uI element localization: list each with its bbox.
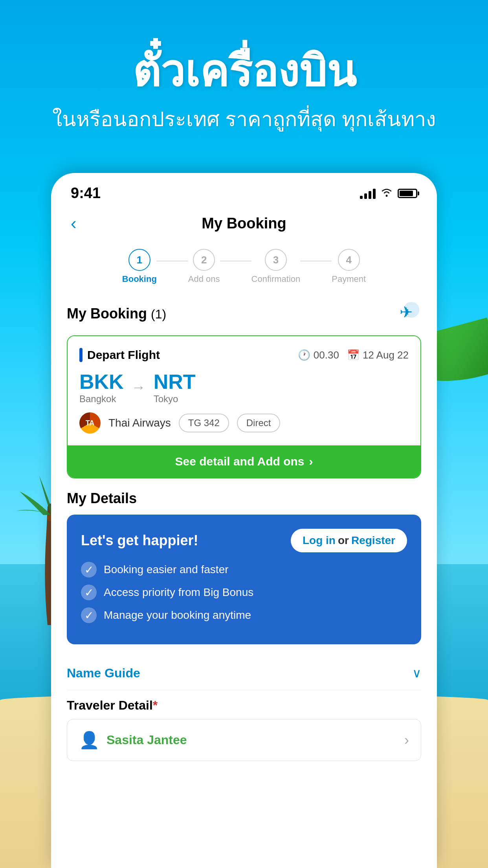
required-star: *: [153, 698, 158, 712]
details-title: My Details: [67, 490, 421, 507]
airline-name: Thai Airways: [108, 417, 171, 429]
destination: NRT Tokyo: [154, 370, 196, 405]
booking-section-header: My Booking (1) ✈: [67, 300, 421, 327]
progress-steps: 1 Booking 2 Add ons 3 Confirmation: [51, 241, 437, 292]
origin: BKK Bangkok: [79, 370, 124, 405]
booking-plane-icon: ✈: [390, 300, 421, 327]
origin-code: BKK: [79, 370, 124, 394]
traveler-person-icon: 👤: [79, 730, 99, 750]
step-2: 2 Add ons: [188, 249, 220, 284]
traveler-card[interactable]: 👤 Sasita Jantee ›: [67, 719, 421, 761]
route-arrow-icon: →: [132, 379, 146, 395]
login-card: Let's get happier! Log in or Register ✓ …: [67, 515, 421, 644]
login-card-header: Let's get happier! Log in or Register: [81, 529, 407, 552]
flight-time: 🕐 00.30: [298, 349, 339, 361]
back-button[interactable]: ‹: [71, 213, 77, 233]
benefit-3: ✓ Manage your booking anytime: [81, 607, 407, 623]
step-1-label: Booking: [122, 274, 157, 284]
flight-meta: 🕐 00.30 📅 12 Aug 22: [298, 349, 409, 361]
depart-label: Depart Flight: [79, 348, 160, 362]
phone-mockup: 9:41: [51, 173, 437, 868]
login-register-button[interactable]: Log in or Register: [291, 529, 407, 552]
traveler-info: 👤 Sasita Jantee: [79, 730, 187, 750]
chevron-down-icon: ∨: [412, 666, 421, 680]
check-icon-1: ✓: [81, 562, 97, 577]
dest-name: Tokyo: [154, 394, 196, 405]
or-text: or: [338, 534, 349, 547]
traveler-detail-section: Traveler Detail* 👤 Sasita Jantee ›: [67, 690, 421, 769]
check-icon-2: ✓: [81, 585, 97, 600]
register-label: Register: [351, 534, 395, 547]
benefit-1: ✓ Booking easier and faster: [81, 562, 407, 577]
status-bar: 9:41: [51, 173, 437, 206]
login-card-title: Let's get happier!: [81, 532, 198, 549]
step-line-2: [220, 261, 251, 261]
status-time: 9:41: [71, 185, 101, 202]
step-1: 1 Booking: [122, 249, 157, 284]
flight-type-badge: Direct: [237, 414, 281, 432]
flight-date: 📅 12 Aug 22: [347, 349, 409, 361]
name-guide-label: Name Guide: [67, 666, 140, 680]
dest-code: NRT: [154, 370, 196, 394]
step-3: 3 Confirmation: [251, 249, 301, 284]
step-4: 4 Payment: [332, 249, 366, 284]
clock-icon: 🕐: [298, 349, 310, 361]
airline-logo: TA: [79, 412, 101, 434]
depart-indicator: [79, 348, 83, 362]
booking-title: My Booking (1): [67, 305, 166, 322]
cta-arrow-icon: ›: [309, 455, 313, 468]
flight-card-body: Depart Flight 🕐 00.30 📅 12 Aug 22: [68, 336, 420, 445]
hero-section: ตั๋วเครื่องบิน ในหรือนอกประเทศ ราคาถูกที…: [0, 47, 488, 135]
step-2-circle: 2: [193, 249, 215, 271]
step-4-label: Payment: [332, 274, 366, 284]
route-row: BKK Bangkok → NRT Tokyo: [79, 370, 409, 405]
flight-header: Depart Flight 🕐 00.30 📅 12 Aug 22: [79, 348, 409, 362]
step-4-circle: 4: [338, 249, 360, 271]
content-area: My Booking (1) ✈: [51, 292, 437, 777]
check-icon-3: ✓: [81, 607, 97, 623]
see-detail-button[interactable]: See detail and Add ons ›: [68, 445, 420, 478]
battery-icon: [398, 189, 417, 198]
page-title: My Booking: [202, 215, 286, 232]
benefit-2: ✓ Access priority from Big Bonus: [81, 585, 407, 600]
step-line-1: [157, 261, 188, 261]
signal-icon: [360, 188, 376, 199]
airline-row: TA Thai Airways TG 342 Direct: [79, 412, 409, 434]
status-icons: [360, 187, 417, 200]
step-1-circle: 1: [128, 249, 150, 271]
name-guide-row[interactable]: Name Guide ∨: [67, 656, 421, 690]
svg-text:✈: ✈: [400, 303, 413, 321]
step-3-circle: 3: [265, 249, 287, 271]
chevron-right-icon: ›: [404, 732, 409, 748]
hero-subtitle: ในหรือนอกประเทศ ราคาถูกที่สุด ทุกเส้นทาง: [0, 103, 488, 135]
step-2-label: Add ons: [188, 274, 220, 284]
hero-title: ตั๋วเครื่องบิน: [0, 47, 488, 95]
traveler-title: Traveler Detail*: [67, 698, 421, 713]
login-label: Log in: [303, 534, 336, 547]
step-line-3: [300, 261, 332, 261]
nav-header: ‹ My Booking: [51, 206, 437, 241]
flight-number-badge: TG 342: [179, 414, 229, 432]
origin-name: Bangkok: [79, 394, 124, 405]
step-3-label: Confirmation: [251, 274, 301, 284]
wifi-icon: [380, 187, 393, 200]
traveler-name: Sasita Jantee: [106, 733, 187, 747]
flight-card: Depart Flight 🕐 00.30 📅 12 Aug 22: [67, 335, 421, 478]
calendar-icon: 📅: [347, 349, 360, 361]
my-details-section: My Details Let's get happier! Log in or …: [67, 490, 421, 769]
svg-point-2: [386, 195, 388, 197]
